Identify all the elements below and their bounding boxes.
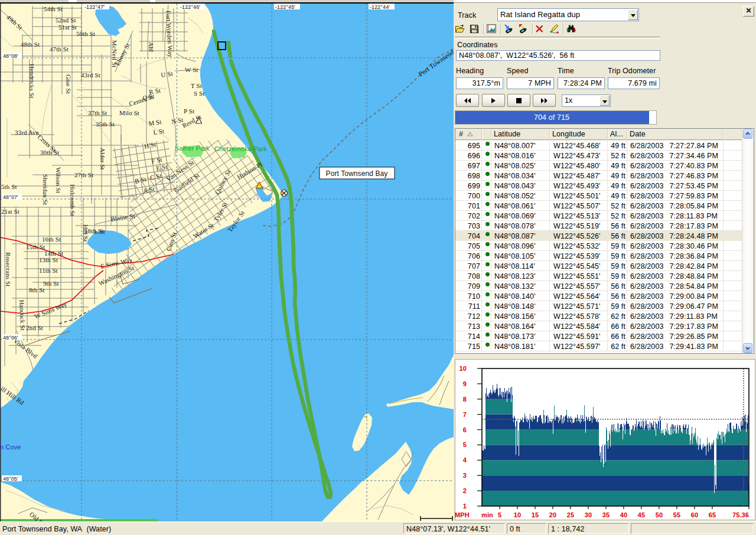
svg-text:Holcomb St: Holcomb St bbox=[69, 184, 76, 216]
svg-text:48°07': 48°07' bbox=[3, 194, 18, 200]
svg-text:48°06': 48°06' bbox=[3, 335, 18, 341]
svg-text:43rd St: 43rd St bbox=[81, 71, 100, 79]
svg-text:Rosecrans St: Rosecrans St bbox=[5, 252, 12, 286]
svg-text:13th St: 13th St bbox=[39, 256, 58, 263]
svg-text:10: 10 bbox=[514, 511, 521, 518]
svg-text:8: 8 bbox=[463, 396, 467, 403]
svg-text:Chetzemoka Park: Chetzemoka Park bbox=[214, 145, 267, 152]
svg-text:T St: T St bbox=[191, 82, 202, 89]
svg-text:5: 5 bbox=[463, 441, 467, 448]
svg-text:21st St: 21st St bbox=[1, 208, 19, 215]
svg-text:45: 45 bbox=[638, 511, 645, 518]
svg-text:Milo St: Milo St bbox=[119, 109, 139, 116]
svg-text:27th St: 27th St bbox=[74, 171, 93, 178]
svg-text:-122°47': -122°47' bbox=[84, 4, 105, 10]
svg-text:16th St: 16th St bbox=[42, 236, 61, 243]
svg-text:Sheridan St: Sheridan St bbox=[42, 174, 49, 205]
svg-text:Port Townsend Bay: Port Townsend Bay bbox=[326, 169, 388, 178]
svg-text:MPH: MPH bbox=[455, 511, 470, 518]
svg-text:-122°46': -122°46' bbox=[180, 4, 200, 10]
svg-text:65: 65 bbox=[709, 511, 716, 518]
svg-text:Hancock St: Hancock St bbox=[18, 300, 27, 331]
svg-text:Gise St: Gise St bbox=[65, 74, 72, 94]
svg-text:54th St: 54th St bbox=[44, 5, 63, 12]
svg-text:min: min bbox=[481, 511, 493, 518]
svg-text:Hendricks St: Hendricks St bbox=[28, 64, 35, 98]
svg-text:4: 4 bbox=[463, 456, 467, 464]
svg-text:8th St: 8th St bbox=[29, 286, 45, 293]
svg-text:48th St: 48th St bbox=[21, 41, 40, 48]
svg-text:48°05': 48°05' bbox=[3, 476, 18, 482]
svg-text:47th St: 47th St bbox=[50, 45, 69, 53]
svg-text:2nd St: 2nd St bbox=[26, 324, 43, 331]
svg-text:Salher Park: Salher Park bbox=[175, 145, 210, 152]
svg-text:52nd St: 52nd St bbox=[56, 17, 76, 24]
svg-text:35: 35 bbox=[602, 511, 610, 518]
svg-text:n Cove: n Cove bbox=[0, 443, 21, 451]
svg-text:48°08': 48°08' bbox=[3, 53, 18, 59]
svg-text:Ahl: Ahl bbox=[148, 42, 155, 52]
svg-text:75.36: 75.36 bbox=[732, 511, 749, 518]
svg-text:3: 3 bbox=[463, 472, 467, 479]
svg-text:Alder St: Alder St bbox=[99, 148, 106, 170]
svg-text:25: 25 bbox=[567, 511, 574, 518]
svg-text:15: 15 bbox=[532, 511, 539, 518]
svg-text:W St: W St bbox=[185, 66, 198, 73]
svg-text:7: 7 bbox=[463, 411, 467, 418]
svg-text:20: 20 bbox=[549, 511, 556, 518]
svg-text:30: 30 bbox=[585, 511, 592, 518]
svg-text:Wilson St: Wilson St bbox=[55, 167, 62, 193]
svg-text:6: 6 bbox=[463, 426, 467, 433]
svg-text:2: 2 bbox=[463, 487, 467, 494]
svg-text:50: 50 bbox=[656, 511, 663, 518]
svg-text:33rd Ave: 33rd Ave bbox=[15, 129, 39, 136]
svg-text:P St: P St bbox=[184, 107, 194, 115]
svg-text:-122°44': -122°44' bbox=[370, 4, 390, 10]
svg-text:35th St: 35th St bbox=[96, 120, 115, 128]
svg-text:L St: L St bbox=[153, 128, 165, 136]
svg-text:51st St: 51st St bbox=[58, 24, 77, 31]
svg-text:h St: h St bbox=[94, 228, 105, 235]
svg-text:1: 1 bbox=[463, 503, 467, 510]
svg-text:37th St: 37th St bbox=[88, 109, 107, 116]
svg-text:11th St: 11th St bbox=[39, 267, 58, 274]
svg-text:10: 10 bbox=[460, 365, 467, 372]
svg-text:55: 55 bbox=[673, 511, 680, 518]
svg-text:-122°45': -122°45' bbox=[275, 4, 295, 10]
svg-text:5: 5 bbox=[498, 511, 501, 518]
svg-text:15th St: 15th St bbox=[26, 243, 45, 250]
svg-text:50th St: 50th St bbox=[76, 30, 95, 37]
svg-text:S St: S St bbox=[194, 90, 204, 97]
svg-text:40: 40 bbox=[620, 511, 627, 518]
svg-text:9: 9 bbox=[463, 380, 467, 387]
svg-text:9th St: 9th St bbox=[43, 280, 59, 287]
svg-text:30th St: 30th St bbox=[40, 149, 59, 156]
svg-text:5th St: 5th St bbox=[1, 183, 17, 190]
svg-text:60: 60 bbox=[691, 511, 698, 518]
